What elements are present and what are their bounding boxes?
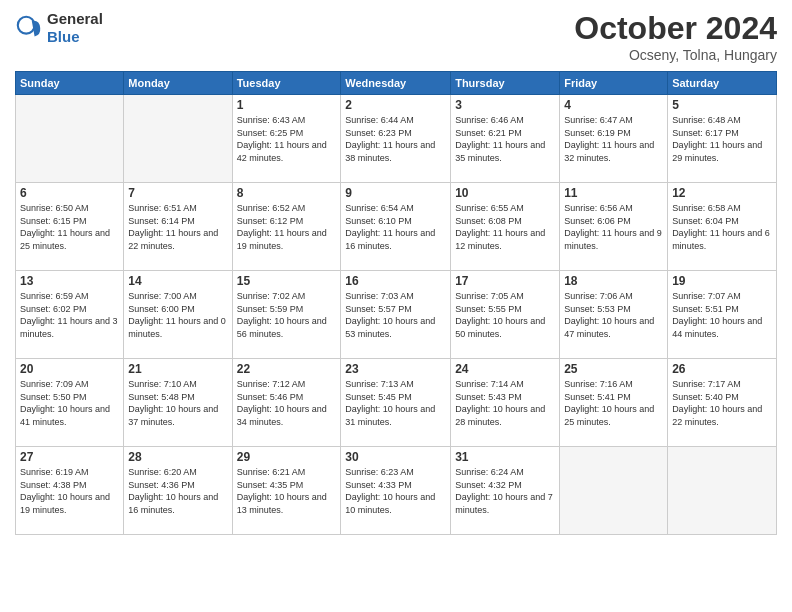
calendar-day-cell: 21Sunrise: 7:10 AMSunset: 5:48 PMDayligh… — [124, 359, 232, 447]
calendar-week-row: 20Sunrise: 7:09 AMSunset: 5:50 PMDayligh… — [16, 359, 777, 447]
day-number: 12 — [672, 186, 772, 200]
header: General Blue October 2024 Ocseny, Tolna,… — [15, 10, 777, 63]
day-number: 29 — [237, 450, 337, 464]
day-number: 5 — [672, 98, 772, 112]
calendar-table: SundayMondayTuesdayWednesdayThursdayFrid… — [15, 71, 777, 535]
calendar-week-row: 1Sunrise: 6:43 AMSunset: 6:25 PMDaylight… — [16, 95, 777, 183]
day-number: 20 — [20, 362, 119, 376]
day-info: Sunrise: 6:23 AMSunset: 4:33 PMDaylight:… — [345, 466, 446, 516]
day-number: 30 — [345, 450, 446, 464]
day-number: 6 — [20, 186, 119, 200]
calendar-day-cell: 18Sunrise: 7:06 AMSunset: 5:53 PMDayligh… — [560, 271, 668, 359]
day-info: Sunrise: 6:59 AMSunset: 6:02 PMDaylight:… — [20, 290, 119, 340]
calendar-day-cell: 15Sunrise: 7:02 AMSunset: 5:59 PMDayligh… — [232, 271, 341, 359]
day-info: Sunrise: 7:00 AMSunset: 6:00 PMDaylight:… — [128, 290, 227, 340]
calendar-day-cell — [16, 95, 124, 183]
calendar-day-cell: 30Sunrise: 6:23 AMSunset: 4:33 PMDayligh… — [341, 447, 451, 535]
day-number: 10 — [455, 186, 555, 200]
calendar-day-cell — [124, 95, 232, 183]
day-number: 31 — [455, 450, 555, 464]
calendar-day-cell: 1Sunrise: 6:43 AMSunset: 6:25 PMDaylight… — [232, 95, 341, 183]
calendar-day-cell: 7Sunrise: 6:51 AMSunset: 6:14 PMDaylight… — [124, 183, 232, 271]
calendar-day-cell: 11Sunrise: 6:56 AMSunset: 6:06 PMDayligh… — [560, 183, 668, 271]
day-number: 19 — [672, 274, 772, 288]
calendar-body: 1Sunrise: 6:43 AMSunset: 6:25 PMDaylight… — [16, 95, 777, 535]
day-info: Sunrise: 6:54 AMSunset: 6:10 PMDaylight:… — [345, 202, 446, 252]
calendar-day-cell: 5Sunrise: 6:48 AMSunset: 6:17 PMDaylight… — [668, 95, 777, 183]
calendar-day-cell: 16Sunrise: 7:03 AMSunset: 5:57 PMDayligh… — [341, 271, 451, 359]
logo: General Blue — [15, 10, 103, 46]
day-number: 24 — [455, 362, 555, 376]
day-info: Sunrise: 6:44 AMSunset: 6:23 PMDaylight:… — [345, 114, 446, 164]
day-info: Sunrise: 7:05 AMSunset: 5:55 PMDaylight:… — [455, 290, 555, 340]
calendar-day-cell: 26Sunrise: 7:17 AMSunset: 5:40 PMDayligh… — [668, 359, 777, 447]
calendar-day-cell: 24Sunrise: 7:14 AMSunset: 5:43 PMDayligh… — [451, 359, 560, 447]
calendar-day-cell: 20Sunrise: 7:09 AMSunset: 5:50 PMDayligh… — [16, 359, 124, 447]
day-info: Sunrise: 7:14 AMSunset: 5:43 PMDaylight:… — [455, 378, 555, 428]
day-info: Sunrise: 6:20 AMSunset: 4:36 PMDaylight:… — [128, 466, 227, 516]
day-info: Sunrise: 6:50 AMSunset: 6:15 PMDaylight:… — [20, 202, 119, 252]
day-number: 7 — [128, 186, 227, 200]
logo-icon — [15, 14, 43, 42]
day-info: Sunrise: 6:55 AMSunset: 6:08 PMDaylight:… — [455, 202, 555, 252]
calendar-header-monday: Monday — [124, 72, 232, 95]
calendar-header-sunday: Sunday — [16, 72, 124, 95]
day-number: 21 — [128, 362, 227, 376]
day-number: 13 — [20, 274, 119, 288]
day-number: 3 — [455, 98, 555, 112]
svg-point-0 — [18, 17, 35, 34]
day-info: Sunrise: 6:58 AMSunset: 6:04 PMDaylight:… — [672, 202, 772, 252]
calendar-header-saturday: Saturday — [668, 72, 777, 95]
calendar-day-cell: 9Sunrise: 6:54 AMSunset: 6:10 PMDaylight… — [341, 183, 451, 271]
day-info: Sunrise: 7:10 AMSunset: 5:48 PMDaylight:… — [128, 378, 227, 428]
day-number: 26 — [672, 362, 772, 376]
day-info: Sunrise: 7:09 AMSunset: 5:50 PMDaylight:… — [20, 378, 119, 428]
calendar-day-cell: 10Sunrise: 6:55 AMSunset: 6:08 PMDayligh… — [451, 183, 560, 271]
day-info: Sunrise: 6:19 AMSunset: 4:38 PMDaylight:… — [20, 466, 119, 516]
day-number: 25 — [564, 362, 663, 376]
calendar-day-cell: 28Sunrise: 6:20 AMSunset: 4:36 PMDayligh… — [124, 447, 232, 535]
day-number: 14 — [128, 274, 227, 288]
calendar-week-row: 6Sunrise: 6:50 AMSunset: 6:15 PMDaylight… — [16, 183, 777, 271]
day-info: Sunrise: 7:07 AMSunset: 5:51 PMDaylight:… — [672, 290, 772, 340]
day-info: Sunrise: 6:24 AMSunset: 4:32 PMDaylight:… — [455, 466, 555, 516]
calendar-header-thursday: Thursday — [451, 72, 560, 95]
day-number: 18 — [564, 274, 663, 288]
day-number: 8 — [237, 186, 337, 200]
logo-text: General Blue — [47, 10, 103, 46]
day-number: 23 — [345, 362, 446, 376]
location: Ocseny, Tolna, Hungary — [574, 47, 777, 63]
calendar-day-cell: 31Sunrise: 6:24 AMSunset: 4:32 PMDayligh… — [451, 447, 560, 535]
day-number: 1 — [237, 98, 337, 112]
calendar-day-cell: 4Sunrise: 6:47 AMSunset: 6:19 PMDaylight… — [560, 95, 668, 183]
day-number: 17 — [455, 274, 555, 288]
calendar-header-tuesday: Tuesday — [232, 72, 341, 95]
day-info: Sunrise: 7:02 AMSunset: 5:59 PMDaylight:… — [237, 290, 337, 340]
day-info: Sunrise: 7:03 AMSunset: 5:57 PMDaylight:… — [345, 290, 446, 340]
day-info: Sunrise: 7:17 AMSunset: 5:40 PMDaylight:… — [672, 378, 772, 428]
day-number: 27 — [20, 450, 119, 464]
day-info: Sunrise: 6:47 AMSunset: 6:19 PMDaylight:… — [564, 114, 663, 164]
calendar-week-row: 13Sunrise: 6:59 AMSunset: 6:02 PMDayligh… — [16, 271, 777, 359]
day-info: Sunrise: 7:12 AMSunset: 5:46 PMDaylight:… — [237, 378, 337, 428]
page-container: General Blue October 2024 Ocseny, Tolna,… — [0, 0, 792, 540]
day-info: Sunrise: 6:46 AMSunset: 6:21 PMDaylight:… — [455, 114, 555, 164]
calendar-day-cell: 25Sunrise: 7:16 AMSunset: 5:41 PMDayligh… — [560, 359, 668, 447]
calendar-day-cell: 22Sunrise: 7:12 AMSunset: 5:46 PMDayligh… — [232, 359, 341, 447]
day-number: 11 — [564, 186, 663, 200]
calendar-day-cell — [668, 447, 777, 535]
calendar-day-cell: 17Sunrise: 7:05 AMSunset: 5:55 PMDayligh… — [451, 271, 560, 359]
calendar-day-cell: 6Sunrise: 6:50 AMSunset: 6:15 PMDaylight… — [16, 183, 124, 271]
calendar-day-cell: 12Sunrise: 6:58 AMSunset: 6:04 PMDayligh… — [668, 183, 777, 271]
day-number: 9 — [345, 186, 446, 200]
day-info: Sunrise: 6:51 AMSunset: 6:14 PMDaylight:… — [128, 202, 227, 252]
calendar-day-cell: 13Sunrise: 6:59 AMSunset: 6:02 PMDayligh… — [16, 271, 124, 359]
month-title: October 2024 — [574, 10, 777, 47]
calendar-day-cell: 29Sunrise: 6:21 AMSunset: 4:35 PMDayligh… — [232, 447, 341, 535]
title-area: October 2024 Ocseny, Tolna, Hungary — [574, 10, 777, 63]
day-info: Sunrise: 6:52 AMSunset: 6:12 PMDaylight:… — [237, 202, 337, 252]
day-number: 2 — [345, 98, 446, 112]
calendar-week-row: 27Sunrise: 6:19 AMSunset: 4:38 PMDayligh… — [16, 447, 777, 535]
day-number: 22 — [237, 362, 337, 376]
day-info: Sunrise: 7:16 AMSunset: 5:41 PMDaylight:… — [564, 378, 663, 428]
